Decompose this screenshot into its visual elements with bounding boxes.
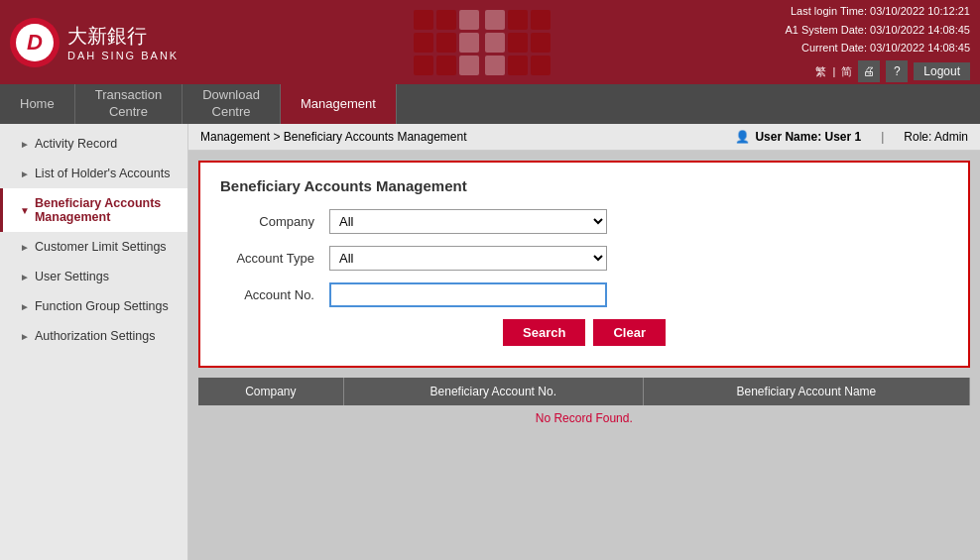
col-company: Company — [198, 378, 343, 405]
header-decoration — [414, 10, 551, 75]
bank-name: 大新銀行 DAH SING BANK — [67, 23, 179, 61]
sidebar-item-user[interactable]: ► User Settings — [0, 262, 187, 291]
logout-button[interactable]: Logout — [914, 62, 970, 80]
user-name: User Name: User 1 — [755, 130, 861, 144]
no-record-text: No Record Found. — [198, 405, 970, 431]
logo-circle: D — [10, 18, 60, 67]
form-title: Beneficiary Accounts Management — [220, 177, 948, 194]
arrow-function: ► — [20, 301, 30, 312]
nav-transaction[interactable]: TransactionCentre — [75, 84, 183, 124]
arrow-user: ► — [20, 272, 30, 282]
account-type-control: All — [329, 246, 607, 271]
account-type-label: Account Type — [220, 251, 329, 266]
account-no-label: Account No. — [220, 287, 329, 302]
account-type-row: Account Type All — [220, 246, 948, 271]
arrow-activity: ► — [20, 139, 30, 150]
search-button[interactable]: Search — [503, 319, 585, 346]
content-wrapper: ► Activity Record ► List of Holder's Acc… — [0, 124, 980, 560]
sidebar-item-beneficiary[interactable]: ▼ Beneficiary Accounts Management — [0, 188, 187, 232]
company-select[interactable]: All — [329, 209, 607, 234]
lang-traditional[interactable]: 繁 — [815, 64, 826, 79]
form-buttons: Search Clear — [220, 319, 948, 346]
account-no-control — [329, 282, 607, 307]
logo-inner: D — [16, 24, 54, 61]
current-date: Current Date: 03/10/2022 14:08:45 — [785, 39, 970, 57]
table-body: No Record Found. — [198, 405, 970, 431]
system-date: A1 System Date: 03/10/2022 14:08:45 — [785, 21, 970, 40]
role-label: Role: Admin — [904, 130, 968, 144]
company-control: All — [329, 209, 607, 234]
print-button[interactable]: 🖨 — [858, 60, 880, 82]
sidebar-item-function[interactable]: ► Function Group Settings — [0, 291, 187, 321]
sidebar-item-activity[interactable]: ► Activity Record — [0, 129, 187, 159]
table-header-row: Company Beneficiary Account No. Benefici… — [198, 378, 970, 405]
header-right: Last login Time: 03/10/2022 10:12:21 A1 … — [785, 2, 970, 82]
sidebar-item-customer[interactable]: ► Customer Limit Settings — [0, 232, 187, 262]
help-button[interactable]: ? — [886, 60, 908, 82]
arrow-beneficiary: ▼ — [20, 205, 30, 216]
table-header: Company Beneficiary Account No. Benefici… — [198, 378, 970, 405]
sidebar-item-authorization[interactable]: ► Authorization Settings — [0, 321, 187, 351]
bank-logo: D 大新銀行 DAH SING BANK — [10, 18, 179, 67]
breadcrumb-bar: Management > Beneficiary Accounts Manage… — [188, 124, 980, 151]
account-type-select[interactable]: All — [329, 246, 607, 271]
clear-button[interactable]: Clear — [593, 319, 666, 346]
page-body: Beneficiary Accounts Management Company … — [188, 151, 980, 441]
sidebar-item-holder[interactable]: ► List of Holder's Accounts — [0, 159, 187, 188]
arrow-authorization: ► — [20, 331, 30, 342]
nav-download[interactable]: DownloadCentre — [183, 84, 281, 124]
login-info: Last login Time: 03/10/2022 10:12:21 A1 … — [785, 2, 970, 57]
header-controls: 繁 | 简 🖨 ? Logout — [785, 60, 970, 82]
lang-separator: | — [832, 65, 835, 77]
company-row: Company All — [220, 209, 948, 234]
col-account-name: Beneficiary Account Name — [643, 378, 969, 405]
account-no-input[interactable] — [329, 282, 607, 307]
results-table: Company Beneficiary Account No. Benefici… — [198, 378, 970, 431]
role-separator: | — [881, 130, 884, 144]
user-icon: 👤 — [735, 130, 750, 144]
navigation: Home TransactionCentre DownloadCentre Ma… — [0, 84, 980, 124]
nav-home[interactable]: Home — [0, 84, 75, 124]
nav-management[interactable]: Management — [281, 84, 397, 124]
arrow-customer: ► — [20, 242, 30, 253]
logo-letter: D — [27, 30, 43, 56]
last-login: Last login Time: 03/10/2022 10:12:21 — [785, 2, 970, 21]
breadcrumb: Management > Beneficiary Accounts Manage… — [200, 130, 467, 144]
no-record-row: No Record Found. — [198, 405, 970, 431]
company-label: Company — [220, 214, 329, 229]
user-info-section: 👤 User Name: User 1 | Role: Admin — [735, 130, 968, 144]
lang-simplified[interactable]: 简 — [841, 64, 852, 79]
col-account-no: Beneficiary Account No. — [343, 378, 643, 405]
grid-left — [414, 10, 479, 75]
arrow-holder: ► — [20, 168, 30, 179]
sidebar: ► Activity Record ► List of Holder's Acc… — [0, 124, 188, 560]
account-no-row: Account No. — [220, 282, 948, 307]
header: D 大新銀行 DAH SING BANK Last login Time: 03… — [0, 0, 980, 84]
beneficiary-form-panel: Beneficiary Accounts Management Company … — [198, 161, 970, 368]
main-content: Management > Beneficiary Accounts Manage… — [188, 124, 980, 560]
bank-name-english: DAH SING BANK — [67, 50, 179, 61]
bank-name-chinese: 大新銀行 — [67, 23, 179, 50]
grid-right — [485, 10, 551, 75]
